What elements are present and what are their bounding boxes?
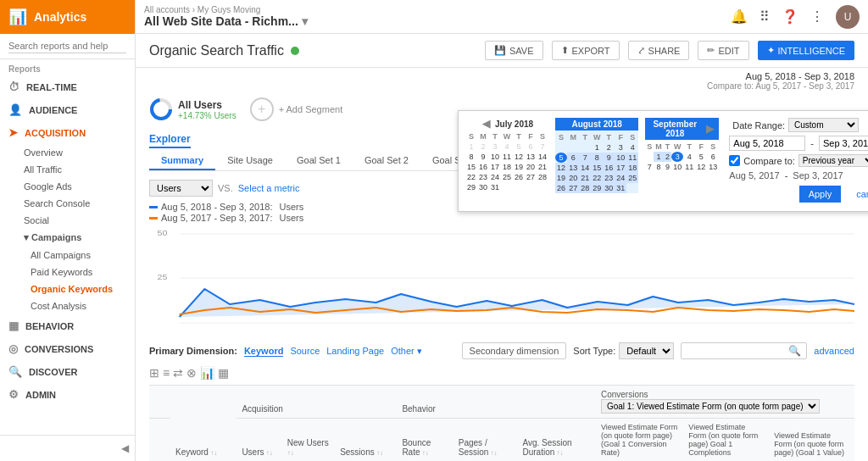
grid-view-icon[interactable]: ⊞ xyxy=(149,366,159,380)
compare-icon[interactable]: ⇄ xyxy=(173,366,183,380)
cal-day[interactable]: 21 xyxy=(579,173,591,183)
sort-bounce[interactable]: Bounce Rate xyxy=(402,438,431,457)
cal-day[interactable]: 18 xyxy=(626,163,638,173)
cal-day[interactable]: 15 xyxy=(591,163,603,173)
advanced-link[interactable]: advanced xyxy=(814,346,854,356)
cal-day[interactable]: 11 xyxy=(501,152,513,162)
dropdown-icon[interactable]: ▾ xyxy=(302,14,308,28)
cal-day[interactable]: 11 xyxy=(683,162,695,172)
cal-day[interactable]: 29 xyxy=(465,182,477,192)
date-range-type-select[interactable]: Custom Last 7 days Last 30 days xyxy=(788,118,859,132)
cal-day[interactable]: 12 xyxy=(695,162,707,172)
cal-day[interactable]: 12 xyxy=(555,163,567,173)
cal-day[interactable]: 2 xyxy=(603,142,615,153)
sidebar-sub-paid-keywords[interactable]: Paid Keywords xyxy=(0,264,135,280)
cal-day[interactable]: 31 xyxy=(615,183,626,193)
cal-day[interactable]: 10 xyxy=(671,162,683,172)
sort-type-select[interactable]: Default xyxy=(619,342,674,359)
cal-day[interactable]: 13 xyxy=(525,152,537,162)
cal-day[interactable]: 25 xyxy=(501,172,513,182)
date-end-input[interactable] xyxy=(819,136,868,151)
sidebar-sub-social[interactable]: Social xyxy=(0,212,135,229)
cal-day[interactable]: 1 xyxy=(465,142,477,152)
cal-day[interactable]: 1 xyxy=(591,142,603,153)
sidebar-sub-organic-keywords[interactable]: Organic Keywords xyxy=(0,280,135,297)
cal-day[interactable]: 5 xyxy=(555,153,567,163)
intelligence-button[interactable]: ✦ INTELLIGENCE xyxy=(758,41,854,60)
cal-day[interactable]: 28 xyxy=(579,183,591,193)
cal-day[interactable]: 4 xyxy=(626,142,638,153)
share-button[interactable]: ⤤ SHARE xyxy=(628,41,690,60)
cal-day[interactable]: 7 xyxy=(645,162,654,172)
cal-day[interactable]: 31 xyxy=(489,182,501,192)
cal-day[interactable]: 29 xyxy=(591,183,603,193)
sidebar-sub-all-traffic[interactable]: All Traffic xyxy=(0,161,135,178)
help-icon[interactable]: ❓ xyxy=(782,8,798,25)
cal-day[interactable]: 1 xyxy=(654,152,664,162)
sidebar-item-admin[interactable]: ⚙ ADMIN xyxy=(0,383,135,406)
cal-day[interactable]: 2 xyxy=(664,152,672,162)
primary-metric-select[interactable]: Users Sessions xyxy=(149,180,213,197)
tab-summary[interactable]: Summary xyxy=(149,152,215,170)
select-metric-link[interactable]: Select a metric xyxy=(238,183,300,193)
cal-day[interactable]: 19 xyxy=(513,162,525,172)
cal-day[interactable]: 30 xyxy=(603,183,615,193)
cal-day[interactable]: 23 xyxy=(603,173,615,183)
add-segment-btn[interactable]: + + Add Segment xyxy=(250,97,343,121)
sidebar-sub-campaigns[interactable]: ▾ Campaigns xyxy=(0,229,135,247)
cal-prev-btn[interactable]: ◀ xyxy=(481,118,492,130)
cal-day[interactable]: 9 xyxy=(664,162,672,172)
breadcrumb-all-accounts[interactable]: All accounts xyxy=(144,5,190,14)
sidebar-item-realtime[interactable]: ⏱ REAL-TIME xyxy=(0,75,135,98)
cal-day[interactable]: 7 xyxy=(579,153,591,163)
cal-day[interactable]: 27 xyxy=(525,172,537,182)
sort-keyword[interactable]: Keyword xyxy=(175,447,217,457)
search-input[interactable] xyxy=(8,39,126,53)
export-button[interactable]: ⬆ EXPORT xyxy=(552,41,620,60)
cal-day[interactable]: 4 xyxy=(683,152,695,162)
cal-day[interactable]: 13 xyxy=(567,163,579,173)
cal-day[interactable]: 8 xyxy=(465,152,477,162)
cal-day[interactable]: 5 xyxy=(695,152,707,162)
cal-day[interactable]: 4 xyxy=(501,142,513,152)
cal-day[interactable]: 11 xyxy=(626,153,638,163)
pivot-icon[interactable]: ⊗ xyxy=(186,366,197,380)
apps-icon[interactable]: ⠿ xyxy=(760,8,770,25)
tab-goal-set-2[interactable]: Goal Set 2 xyxy=(353,152,420,170)
cal-day[interactable]: 17 xyxy=(489,162,501,172)
cal-day[interactable]: 22 xyxy=(591,173,603,183)
cal-day[interactable]: 6 xyxy=(707,152,719,162)
sidebar-item-discover[interactable]: 🔍 DISCOVER xyxy=(0,360,135,383)
cal-day[interactable]: 24 xyxy=(489,172,501,182)
cal-day[interactable]: 10 xyxy=(489,152,501,162)
sidebar-item-acquisition[interactable]: ➤ ACQUISITION xyxy=(0,121,135,144)
cal-day[interactable]: 13 xyxy=(707,162,719,172)
notifications-icon[interactable]: 🔔 xyxy=(731,8,748,25)
cal-day[interactable]: 18 xyxy=(501,162,513,172)
tab-site-usage[interactable]: Site Usage xyxy=(215,152,285,170)
cal-day[interactable]: 26 xyxy=(513,172,525,182)
sidebar-sub-cost-analysis[interactable]: Cost Analysis xyxy=(0,297,135,314)
secondary-dim-button[interactable]: Secondary dimension xyxy=(462,342,567,359)
sort-new-users[interactable]: New Users xyxy=(287,438,329,457)
cal-day[interactable]: 22 xyxy=(465,172,477,182)
cal-day[interactable]: 26 xyxy=(555,183,567,193)
sort-users[interactable]: Users xyxy=(242,447,272,457)
cal-day[interactable]: 14 xyxy=(537,152,548,162)
cal-day[interactable]: 3 xyxy=(489,142,501,152)
cal-day[interactable]: 9 xyxy=(477,152,489,162)
dim-source-link[interactable]: Source xyxy=(290,346,320,356)
cal-day[interactable]: 8 xyxy=(654,162,664,172)
cal-day[interactable]: 16 xyxy=(477,162,489,172)
more-icon[interactable]: ⋮ xyxy=(810,8,824,25)
table-search-input[interactable] xyxy=(687,346,788,356)
cal-day[interactable]: 14 xyxy=(579,163,591,173)
chart-icon[interactable]: 📊 xyxy=(200,366,214,380)
sort-avg-session[interactable]: Avg. Session Duration xyxy=(522,438,571,457)
cal-next-btn[interactable]: ▶ xyxy=(704,123,715,135)
cal-day[interactable]: 17 xyxy=(615,163,626,173)
breadcrumb-property[interactable]: My Guys Moving xyxy=(198,5,260,14)
dim-keyword-link[interactable]: Keyword xyxy=(244,346,283,357)
cal-day[interactable]: 19 xyxy=(555,173,567,183)
cal-day[interactable]: 2 xyxy=(477,142,489,152)
